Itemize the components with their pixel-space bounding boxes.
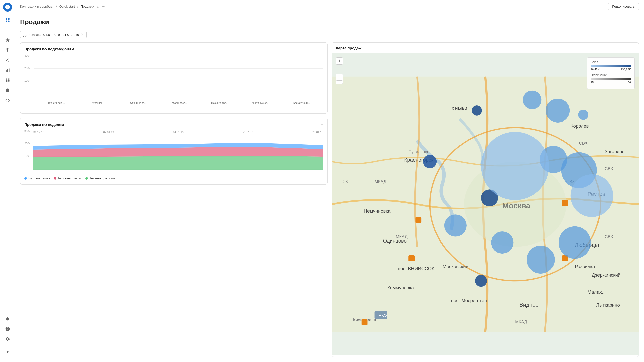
map-move-btn[interactable]: ⠿ xyxy=(336,74,343,81)
sidebar-item-favorites[interactable] xyxy=(3,36,12,45)
svg-line-8 xyxy=(7,61,8,61)
map-card-header: Карта продаж ··· xyxy=(332,43,639,53)
svg-rect-58 xyxy=(415,217,421,223)
area-chart-container: 300k 200k 100k 0 xyxy=(24,130,323,175)
map-container[interactable]: Москва Химки Красногорск Королев Реутов … xyxy=(332,53,639,355)
svg-text:Малах...: Малах... xyxy=(588,289,606,295)
help-icon xyxy=(5,326,10,331)
svg-point-77 xyxy=(571,174,613,217)
svg-text:пос. Мосрентген: пос. Мосрентген xyxy=(451,298,487,303)
svg-rect-0 xyxy=(6,18,7,20)
svg-text:Дзержинский: Дзержинский xyxy=(592,272,620,278)
legend-label-green: Техника для дома xyxy=(89,177,115,180)
svg-text:МКАД: МКАД xyxy=(396,234,408,239)
edit-button[interactable]: Редактировать xyxy=(608,3,639,10)
legend-label-blue: Бытовая химия xyxy=(28,177,50,180)
app-logo[interactable] xyxy=(3,3,12,12)
svg-rect-2 xyxy=(6,21,7,22)
svg-text:МКАД: МКАД xyxy=(375,179,387,184)
sidebar-item-play[interactable] xyxy=(3,347,12,356)
svg-rect-59 xyxy=(408,255,415,261)
map-legend-order-range: 15 66 xyxy=(591,81,631,84)
sidebar-item-settings[interactable] xyxy=(3,334,12,343)
map-svg: Москва Химки Красногорск Королев Реутов … xyxy=(332,53,639,355)
sidebar-item-connections[interactable] xyxy=(3,56,12,65)
svg-rect-3 xyxy=(8,21,9,22)
svg-text:Коммунарка: Коммунарка xyxy=(387,285,414,290)
svg-text:МКАД: МКАД xyxy=(515,320,527,324)
svg-text:Немчиновка: Немчиновка xyxy=(364,208,391,214)
sidebar-item-collections[interactable] xyxy=(3,26,12,35)
sidebar-item-charts[interactable] xyxy=(3,66,12,75)
bar-label-tovary: Товары посл... xyxy=(159,102,199,104)
bar-chart-bars xyxy=(34,54,323,97)
svg-point-67 xyxy=(523,91,542,109)
map-card: Карта продаж ··· xyxy=(332,42,639,357)
map-legend-order-min: 15 xyxy=(591,81,594,84)
filter-clear-button[interactable]: × xyxy=(81,33,83,37)
svg-rect-11 xyxy=(9,69,9,72)
grid-icon xyxy=(5,18,10,23)
map-move-control[interactable]: ⠿ xyxy=(336,74,343,81)
bell-icon xyxy=(5,316,10,321)
sidebar-item-datasets[interactable] xyxy=(3,86,12,95)
svg-point-5 xyxy=(8,58,9,59)
logo-icon xyxy=(5,4,10,10)
area-chart-header: Продажи по неделям ··· xyxy=(24,122,323,127)
svg-point-68 xyxy=(546,99,570,123)
bar-label-technika: Техника для ... xyxy=(36,102,76,104)
bar-chart-header: Продажи по подкategoriям ··· xyxy=(24,47,323,51)
star-icon xyxy=(5,38,10,43)
sidebar-item-scripts[interactable] xyxy=(3,96,12,105)
sidebar-item-apps[interactable] xyxy=(3,16,12,25)
sidebar-item-dashboards[interactable] xyxy=(3,76,12,85)
map-legend-order-bar xyxy=(591,78,631,80)
svg-point-72 xyxy=(444,214,467,236)
map-legend-sales-label: Sales xyxy=(591,60,631,64)
svg-point-4 xyxy=(6,60,7,61)
map-legend-order-max: 66 xyxy=(628,81,631,84)
bar-label-chistyashie: Чистящие ср... xyxy=(241,102,281,104)
svg-rect-10 xyxy=(7,69,8,72)
svg-text:Москва: Москва xyxy=(502,201,530,210)
settings-icon xyxy=(5,336,10,341)
breadcrumb-more-menu[interactable]: ··· xyxy=(102,4,105,9)
legend-label-red: Бытовые товары xyxy=(58,177,81,180)
filter-bar: Дата заказа 01.01.2019 - 31.01.2019 × xyxy=(20,31,639,38)
sidebar-item-lightning[interactable] xyxy=(3,46,12,55)
svg-line-7 xyxy=(7,59,8,60)
breadcrumb-current: Продажи xyxy=(81,5,94,8)
breadcrumb-quickstart[interactable]: Quick start xyxy=(59,5,75,8)
page-content: Продажи Дата заказа 01.01.2019 - 31.01.2… xyxy=(15,13,644,362)
svg-rect-14 xyxy=(6,80,7,82)
svg-text:Развилка: Развилка xyxy=(575,264,595,269)
bar-chart-more[interactable]: ··· xyxy=(319,47,323,51)
dashboards-icon xyxy=(5,78,10,83)
sidebar-item-help[interactable] xyxy=(3,324,12,333)
lightning-icon xyxy=(5,48,10,53)
area-chart-more[interactable]: ··· xyxy=(319,122,323,127)
area-chart-svg-container xyxy=(33,130,323,170)
map-zoom-in[interactable]: + xyxy=(336,57,343,65)
date-filter[interactable]: Дата заказа 01.01.2019 - 31.01.2019 × xyxy=(20,31,87,38)
svg-point-73 xyxy=(491,231,513,254)
svg-point-63 xyxy=(472,105,482,116)
connections-icon xyxy=(5,58,10,63)
map-legend-sales-max: 138,88K xyxy=(621,68,631,71)
sidebar-item-notifications[interactable] xyxy=(3,314,12,323)
collections-icon xyxy=(5,28,10,33)
map-legend: Sales 16,45K 138,88K OrderCount 15 66 xyxy=(587,57,635,89)
svg-point-66 xyxy=(475,275,487,287)
bar-chart-title: Продажи по подкategoriям xyxy=(24,47,74,51)
svg-text:Химки: Химки xyxy=(451,105,467,112)
map-more-menu[interactable]: ··· xyxy=(631,46,635,50)
svg-rect-13 xyxy=(8,79,9,80)
charts-icon xyxy=(5,68,10,73)
bar-label-kitchen-goods: Кухонные то... xyxy=(118,102,158,104)
area-chart-svg xyxy=(33,130,323,170)
breadcrumb-sep-1: / xyxy=(55,5,58,8)
favorite-star[interactable]: ☆ xyxy=(96,4,100,9)
svg-text:пос. ВНИИСCOK: пос. ВНИИСCOK xyxy=(398,266,435,271)
breadcrumb-collections[interactable]: Коллекции и воркбуки xyxy=(20,5,54,8)
svg-rect-62 xyxy=(362,319,368,325)
